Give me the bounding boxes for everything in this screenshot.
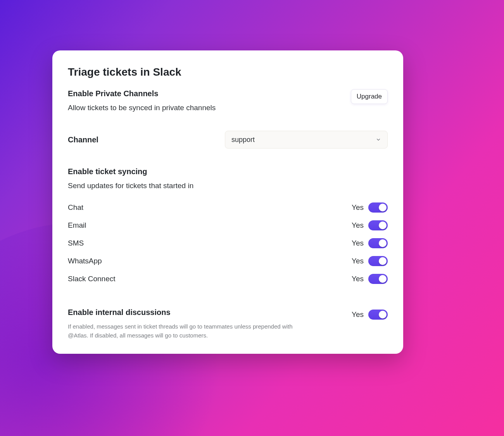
toggle-state-label: Yes xyxy=(352,221,364,230)
toggle-knob xyxy=(379,204,387,211)
sync-item-slack-connect: Slack Connect Yes xyxy=(68,270,388,288)
toggle-group: Yes xyxy=(352,220,388,230)
toggle-knob xyxy=(379,257,387,265)
ticket-syncing-list: Chat Yes Email Yes SMS Yes xyxy=(68,199,388,288)
sync-label: SMS xyxy=(68,239,84,247)
chevron-down-icon xyxy=(376,137,381,142)
toggle-state-label: Yes xyxy=(352,257,364,265)
sync-item-whatsapp: WhatsApp Yes xyxy=(68,252,388,270)
sync-item-sms: SMS Yes xyxy=(68,234,388,252)
toggle-state-label: Yes xyxy=(352,275,364,283)
toggle-group: Yes xyxy=(352,256,388,266)
private-channels-description: Allow tickets to be synced in private ch… xyxy=(68,104,216,112)
channel-select[interactable]: support xyxy=(225,131,388,149)
internal-discussions-row: Enable internal discussions If enabled, … xyxy=(68,308,388,340)
ticket-syncing-description: Send updates for tickets that started in xyxy=(68,182,388,190)
toggle-sms[interactable] xyxy=(368,238,388,248)
private-channels-row: Enable Private Channels Allow tickets to… xyxy=(68,89,388,112)
toggle-group: Yes xyxy=(352,238,388,248)
private-channels-text: Enable Private Channels Allow tickets to… xyxy=(68,89,216,112)
toggle-email[interactable] xyxy=(368,220,388,230)
sync-label: Email xyxy=(68,221,86,230)
page-title: Triage tickets in Slack xyxy=(68,66,388,78)
toggle-group: Yes xyxy=(352,274,388,284)
sync-item-chat: Chat Yes xyxy=(68,199,388,216)
sync-item-email: Email Yes xyxy=(68,216,388,234)
internal-discussions-heading: Enable internal discussions xyxy=(68,308,300,317)
toggle-knob xyxy=(379,239,387,247)
toggle-state-label: Yes xyxy=(352,239,364,247)
internal-discussions-help: If enabled, messages sent in ticket thre… xyxy=(68,322,300,340)
private-channels-heading: Enable Private Channels xyxy=(68,89,216,98)
ticket-syncing-section: Enable ticket syncing Send updates for t… xyxy=(68,167,388,288)
channel-select-value: support xyxy=(231,136,255,144)
sync-label: Chat xyxy=(68,203,83,212)
settings-card: Triage tickets in Slack Enable Private C… xyxy=(52,50,403,354)
channel-row: Channel support xyxy=(68,131,388,149)
toggle-slack-connect[interactable] xyxy=(368,274,388,284)
ticket-syncing-heading: Enable ticket syncing xyxy=(68,167,388,176)
channel-label: Channel xyxy=(68,135,98,144)
toggle-state-label: Yes xyxy=(352,203,364,212)
toggle-knob xyxy=(379,311,387,318)
upgrade-button[interactable]: Upgrade xyxy=(351,89,388,104)
toggle-knob xyxy=(379,275,387,283)
toggle-chat[interactable] xyxy=(368,202,388,213)
toggle-group: Yes xyxy=(352,310,388,320)
sync-label: Slack Connect xyxy=(68,275,116,283)
toggle-state-label: Yes xyxy=(352,310,364,319)
sync-label: WhatsApp xyxy=(68,257,102,265)
toggle-knob xyxy=(379,221,387,229)
internal-discussions-text: Enable internal discussions If enabled, … xyxy=(68,308,300,340)
toggle-group: Yes xyxy=(352,202,388,213)
toggle-internal-discussions[interactable] xyxy=(368,310,388,320)
toggle-whatsapp[interactable] xyxy=(368,256,388,266)
